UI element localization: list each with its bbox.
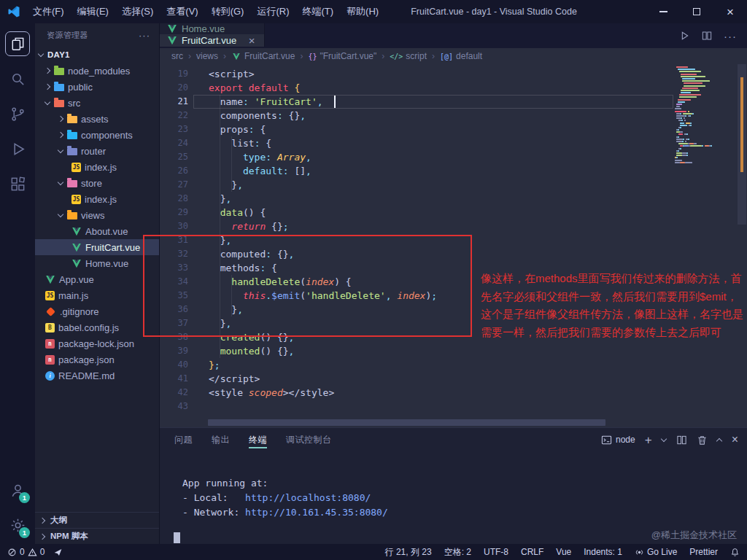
code-line-39[interactable]: 39 mounted() {}, <box>160 344 675 358</box>
breadcrumb-item-1[interactable]: src <box>171 51 183 61</box>
tree-item-src[interactable]: src <box>35 95 159 111</box>
rocket-button[interactable] <box>53 548 63 557</box>
notifications-button[interactable] <box>730 548 740 557</box>
activity-run-debug-button[interactable] <box>0 131 35 166</box>
status-item-indents-1[interactable]: Indents: 1 <box>584 547 622 557</box>
tree-item-package-lock.json[interactable]: npackage-lock.json <box>35 335 159 351</box>
tree-item-FruitCart.vue[interactable]: FruitCart.vue <box>35 239 159 255</box>
code-line-41[interactable]: 41</script> <box>160 372 675 386</box>
activity-explorer-button[interactable] <box>0 26 35 61</box>
folder-section-header[interactable]: DAY1 <box>35 47 159 63</box>
menu-item[interactable]: 转到(G) <box>205 0 251 23</box>
tree-item-main.js[interactable]: JSmain.js <box>35 287 159 303</box>
tab-Home.vue[interactable]: Home.vue <box>160 23 265 34</box>
status-item--21-23[interactable]: 行 21, 列 23 <box>385 546 432 559</box>
close-button[interactable]: × <box>713 0 747 23</box>
tree-item-README.md[interactable]: iREADME.md <box>35 368 159 384</box>
code-line-24[interactable]: 24 list: { <box>160 136 675 150</box>
code-line-21[interactable]: 21 name: 'FruitCart', <box>160 95 675 109</box>
vertical-scrollbar[interactable] <box>735 64 747 427</box>
terminal-link[interactable]: http://localhost:8080/ <box>245 492 371 503</box>
settings-button[interactable]: 1 <box>0 508 35 542</box>
code-editor[interactable]: 19<script>20export default {21 name: 'Fr… <box>160 64 747 427</box>
new-terminal-button[interactable]: + <box>645 434 652 446</box>
minimap[interactable] <box>675 64 735 417</box>
tree-item-Home.vue[interactable]: Home.vue <box>35 255 159 271</box>
breadcrumb-item-3[interactable]: FruitCart.vue <box>231 51 295 61</box>
status-item-utf-8[interactable]: UTF-8 <box>484 547 508 557</box>
run-file-icon[interactable] <box>678 30 690 42</box>
tab-FruitCart.vue[interactable]: FruitCart.vue× <box>160 34 265 47</box>
code-line-40[interactable]: 40}; <box>160 358 675 372</box>
tree-item-node_modules[interactable]: node_modules <box>35 63 159 79</box>
menu-item[interactable]: 终端(T) <box>295 0 340 23</box>
status-item-prettier[interactable]: Prettier <box>689 547 718 557</box>
breadcrumb-item-2[interactable]: views <box>196 51 218 61</box>
activity-source-control-button[interactable] <box>0 96 35 131</box>
tree-item-public[interactable]: public <box>35 79 159 95</box>
tree-item-index.js[interactable]: JSindex.js <box>35 159 159 175</box>
outline-section[interactable]: 大纲 <box>35 512 159 528</box>
tree-item-App.vue[interactable]: App.vue <box>35 271 159 287</box>
tree-item-index.js[interactable]: JSindex.js <box>35 191 159 207</box>
panel-tab-输出[interactable]: 输出 <box>212 428 230 451</box>
tree-item-components[interactable]: components <box>35 127 159 143</box>
code-line-31[interactable]: 31 }, <box>160 233 675 247</box>
menu-item[interactable]: 选择(S) <box>115 0 160 23</box>
maximize-button[interactable] <box>680 0 713 23</box>
close-panel-button[interactable]: × <box>732 434 738 446</box>
code-line-25[interactable]: 25 type: Array, <box>160 150 675 164</box>
code-line-19[interactable]: 19<script> <box>160 67 675 81</box>
terminal-link[interactable]: http://10.161.45.35:8080/ <box>245 507 388 518</box>
shell-selector[interactable]: node <box>601 435 635 446</box>
code-line-27[interactable]: 27 }, <box>160 178 675 192</box>
status-item-crlf[interactable]: CRLF <box>521 547 543 557</box>
breadcrumb-item-6[interactable]: [@]default <box>440 51 482 61</box>
panel-tab-调试控制台[interactable]: 调试控制台 <box>286 428 332 451</box>
menu-item[interactable]: 查看(V) <box>160 0 204 23</box>
activity-extensions-button[interactable] <box>0 166 35 201</box>
menu-item[interactable]: 编辑(E) <box>71 0 115 23</box>
kill-terminal-button[interactable] <box>697 435 708 446</box>
code-line-29[interactable]: 29 data() { <box>160 206 675 219</box>
split-terminal-button[interactable] <box>676 435 687 446</box>
activity-search-button[interactable] <box>0 61 35 96</box>
status-item-go-live[interactable]: Go Live <box>635 547 677 557</box>
menu-item[interactable]: 运行(R) <box>250 0 295 23</box>
code-line-30[interactable]: 30 return {}; <box>160 219 675 233</box>
code-line-43[interactable]: 43 <box>160 400 675 413</box>
terminal-dropdown-icon[interactable] <box>662 439 667 441</box>
split-editor-icon[interactable] <box>701 30 713 42</box>
status-item--2[interactable]: 空格: 2 <box>444 546 471 559</box>
tree-item-package.json[interactable]: npackage.json <box>35 351 159 368</box>
tree-item-About.vue[interactable]: About.vue <box>35 223 159 239</box>
code-line-32[interactable]: 32 computed: {}, <box>160 247 675 261</box>
tree-item-.gitignore[interactable]: .gitignore <box>35 303 159 319</box>
tree-item-store[interactable]: store <box>35 175 159 191</box>
code-line-26[interactable]: 26 default: [], <box>160 164 675 178</box>
tree-item-router[interactable]: router <box>35 143 159 159</box>
tree-item-babel.config.js[interactable]: Bbabel.config.js <box>35 319 159 335</box>
code-line-20[interactable]: 20export default { <box>160 81 675 95</box>
menu-item[interactable]: 文件(F) <box>26 0 71 23</box>
close-tab-icon[interactable]: × <box>247 34 257 47</box>
code-line-23[interactable]: 23 props: { <box>160 122 675 136</box>
panel-tab-终端[interactable]: 终端 <box>249 428 267 451</box>
breadcrumb-item-4[interactable]: {}"FruitCart.vue" <box>308 51 376 61</box>
problems-indicator[interactable]: 0 0 <box>7 547 44 557</box>
code-line-42[interactable]: 42<style scoped></style> <box>160 386 675 400</box>
breadcrumb-item-5[interactable]: </>script <box>390 51 427 61</box>
code-line-22[interactable]: 22 components: {}, <box>160 109 675 122</box>
tree-item-assets[interactable]: assets <box>35 111 159 127</box>
code-line-28[interactable]: 28 }, <box>160 192 675 206</box>
more-actions-icon[interactable]: ··· <box>724 30 737 42</box>
status-item-vue[interactable]: Vue <box>556 547 571 557</box>
npm-scripts-section[interactable]: NPM 脚本 <box>35 528 159 544</box>
account-button[interactable]: 1 <box>0 472 35 508</box>
minimize-button[interactable] <box>646 0 680 23</box>
panel-tab-问题[interactable]: 问题 <box>174 428 193 451</box>
explorer-more-actions-icon[interactable]: ··· <box>139 30 150 41</box>
horizontal-scrollbar[interactable] <box>208 419 605 426</box>
maximize-panel-button[interactable] <box>717 437 722 443</box>
tree-item-views[interactable]: views <box>35 207 159 223</box>
